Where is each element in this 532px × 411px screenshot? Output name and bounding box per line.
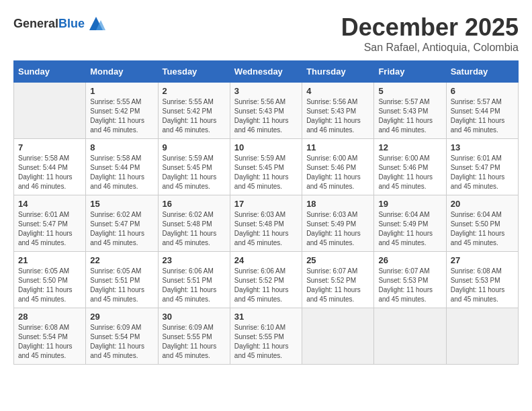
calendar-cell: 31Sunrise: 6:10 AM Sunset: 5:55 PM Dayli… xyxy=(230,308,302,365)
day-number: 14 xyxy=(18,199,81,209)
day-number: 12 xyxy=(378,142,441,152)
calendar-cell: 10Sunrise: 5:59 AM Sunset: 5:45 PM Dayli… xyxy=(230,139,302,195)
calendar-cell: 1Sunrise: 5:55 AM Sunset: 5:42 PM Daylig… xyxy=(86,83,158,139)
calendar-cell: 26Sunrise: 6:07 AM Sunset: 5:53 PM Dayli… xyxy=(374,252,446,308)
day-number: 1 xyxy=(90,86,153,96)
day-info: Sunrise: 6:06 AM Sunset: 5:52 PM Dayligh… xyxy=(234,267,298,304)
title-area: December 2025 San Rafael, Antioquia, Col… xyxy=(341,13,519,54)
day-number: 26 xyxy=(378,255,441,265)
calendar-cell: 27Sunrise: 6:08 AM Sunset: 5:53 PM Dayli… xyxy=(446,252,518,308)
day-number: 8 xyxy=(90,142,153,152)
day-number: 18 xyxy=(306,199,369,209)
calendar-week-1: 1Sunrise: 5:55 AM Sunset: 5:42 PM Daylig… xyxy=(14,83,519,139)
day-info: Sunrise: 5:59 AM Sunset: 5:45 PM Dayligh… xyxy=(234,154,298,191)
col-wednesday: Wednesday xyxy=(230,61,302,83)
calendar-cell: 13Sunrise: 6:01 AM Sunset: 5:47 PM Dayli… xyxy=(446,139,518,195)
day-number: 11 xyxy=(306,142,369,152)
day-info: Sunrise: 5:56 AM Sunset: 5:43 PM Dayligh… xyxy=(234,97,298,135)
calendar-cell: 23Sunrise: 6:06 AM Sunset: 5:51 PM Dayli… xyxy=(158,252,230,308)
calendar-cell xyxy=(446,308,518,365)
location-subtitle: San Rafael, Antioquia, Colombia xyxy=(341,42,519,54)
day-info: Sunrise: 6:04 AM Sunset: 5:49 PM Dayligh… xyxy=(378,210,441,248)
calendar-table: Sunday Monday Tuesday Wednesday Thursday… xyxy=(13,60,519,365)
day-number: 13 xyxy=(451,142,514,152)
calendar-cell: 21Sunrise: 6:05 AM Sunset: 5:50 PM Dayli… xyxy=(14,252,86,308)
day-info: Sunrise: 6:10 AM Sunset: 5:55 PM Dayligh… xyxy=(234,323,298,361)
day-info: Sunrise: 6:06 AM Sunset: 5:51 PM Dayligh… xyxy=(163,267,226,304)
day-number: 31 xyxy=(234,312,298,322)
day-number: 6 xyxy=(451,86,514,96)
day-number: 9 xyxy=(163,142,226,152)
logo: GeneralBlue xyxy=(13,13,106,34)
col-friday: Friday xyxy=(374,61,446,83)
logo-text: GeneralBlue xyxy=(13,17,85,31)
day-number: 16 xyxy=(163,199,226,209)
col-sunday: Sunday xyxy=(14,61,86,83)
day-info: Sunrise: 6:05 AM Sunset: 5:50 PM Dayligh… xyxy=(18,267,81,304)
calendar-cell: 24Sunrise: 6:06 AM Sunset: 5:52 PM Dayli… xyxy=(230,252,302,308)
calendar-cell: 2Sunrise: 5:55 AM Sunset: 5:42 PM Daylig… xyxy=(158,83,230,139)
day-info: Sunrise: 6:03 AM Sunset: 5:48 PM Dayligh… xyxy=(234,210,298,248)
day-number: 15 xyxy=(90,199,153,209)
day-info: Sunrise: 5:58 AM Sunset: 5:44 PM Dayligh… xyxy=(18,154,81,191)
day-info: Sunrise: 6:08 AM Sunset: 5:54 PM Dayligh… xyxy=(18,323,81,361)
day-info: Sunrise: 6:02 AM Sunset: 5:47 PM Dayligh… xyxy=(90,210,153,248)
calendar-cell: 28Sunrise: 6:08 AM Sunset: 5:54 PM Dayli… xyxy=(14,308,86,365)
day-info: Sunrise: 6:02 AM Sunset: 5:48 PM Dayligh… xyxy=(163,210,226,248)
calendar-cell xyxy=(302,308,374,365)
day-number: 27 xyxy=(451,255,514,265)
day-info: Sunrise: 5:57 AM Sunset: 5:44 PM Dayligh… xyxy=(451,97,514,135)
month-title: December 2025 xyxy=(341,13,519,42)
col-tuesday: Tuesday xyxy=(158,61,230,83)
calendar-cell: 14Sunrise: 6:01 AM Sunset: 5:47 PM Dayli… xyxy=(14,195,86,252)
calendar-cell: 18Sunrise: 6:03 AM Sunset: 5:49 PM Dayli… xyxy=(302,195,374,252)
day-number: 23 xyxy=(163,255,226,265)
day-info: Sunrise: 5:58 AM Sunset: 5:44 PM Dayligh… xyxy=(90,154,153,191)
page-header: GeneralBlue December 2025 San Rafael, An… xyxy=(13,13,519,54)
day-number: 17 xyxy=(234,199,298,209)
day-number: 5 xyxy=(378,86,441,96)
day-info: Sunrise: 5:59 AM Sunset: 5:45 PM Dayligh… xyxy=(163,154,226,191)
day-info: Sunrise: 6:08 AM Sunset: 5:53 PM Dayligh… xyxy=(451,267,514,304)
day-number: 20 xyxy=(451,199,514,209)
calendar-week-4: 21Sunrise: 6:05 AM Sunset: 5:50 PM Dayli… xyxy=(14,252,519,308)
col-saturday: Saturday xyxy=(446,61,518,83)
day-info: Sunrise: 6:09 AM Sunset: 5:54 PM Dayligh… xyxy=(90,323,153,361)
calendar-cell: 8Sunrise: 5:58 AM Sunset: 5:44 PM Daylig… xyxy=(86,139,158,195)
calendar-cell: 3Sunrise: 5:56 AM Sunset: 5:43 PM Daylig… xyxy=(230,83,302,139)
calendar-cell: 19Sunrise: 6:04 AM Sunset: 5:49 PM Dayli… xyxy=(374,195,446,252)
calendar-week-2: 7Sunrise: 5:58 AM Sunset: 5:44 PM Daylig… xyxy=(14,139,519,195)
day-number: 19 xyxy=(378,199,441,209)
calendar-header: Sunday Monday Tuesday Wednesday Thursday… xyxy=(14,61,519,83)
calendar-cell: 7Sunrise: 5:58 AM Sunset: 5:44 PM Daylig… xyxy=(14,139,86,195)
calendar-body: 1Sunrise: 5:55 AM Sunset: 5:42 PM Daylig… xyxy=(14,83,519,365)
day-number: 29 xyxy=(90,312,153,322)
day-number: 7 xyxy=(18,142,81,152)
day-info: Sunrise: 5:56 AM Sunset: 5:43 PM Dayligh… xyxy=(306,97,369,135)
day-number: 24 xyxy=(234,255,298,265)
calendar-cell: 25Sunrise: 6:07 AM Sunset: 5:52 PM Dayli… xyxy=(302,252,374,308)
calendar-cell: 16Sunrise: 6:02 AM Sunset: 5:48 PM Dayli… xyxy=(158,195,230,252)
calendar-cell: 20Sunrise: 6:04 AM Sunset: 5:50 PM Dayli… xyxy=(446,195,518,252)
calendar-cell xyxy=(14,83,86,139)
day-number: 10 xyxy=(234,142,298,152)
day-info: Sunrise: 5:55 AM Sunset: 5:42 PM Dayligh… xyxy=(90,97,153,135)
day-info: Sunrise: 6:05 AM Sunset: 5:51 PM Dayligh… xyxy=(90,267,153,304)
day-info: Sunrise: 6:07 AM Sunset: 5:53 PM Dayligh… xyxy=(378,267,441,304)
day-info: Sunrise: 6:03 AM Sunset: 5:49 PM Dayligh… xyxy=(306,210,369,248)
calendar-cell: 22Sunrise: 6:05 AM Sunset: 5:51 PM Dayli… xyxy=(86,252,158,308)
day-number: 22 xyxy=(90,255,153,265)
calendar-cell: 9Sunrise: 5:59 AM Sunset: 5:45 PM Daylig… xyxy=(158,139,230,195)
day-info: Sunrise: 5:57 AM Sunset: 5:43 PM Dayligh… xyxy=(378,97,441,135)
logo-blue: Blue xyxy=(58,17,85,30)
logo-general: General xyxy=(13,17,58,30)
calendar-week-3: 14Sunrise: 6:01 AM Sunset: 5:47 PM Dayli… xyxy=(14,195,519,252)
day-info: Sunrise: 6:00 AM Sunset: 5:46 PM Dayligh… xyxy=(378,154,441,191)
calendar-cell: 15Sunrise: 6:02 AM Sunset: 5:47 PM Dayli… xyxy=(86,195,158,252)
calendar-cell: 17Sunrise: 6:03 AM Sunset: 5:48 PM Dayli… xyxy=(230,195,302,252)
col-monday: Monday xyxy=(86,61,158,83)
calendar-cell: 4Sunrise: 5:56 AM Sunset: 5:43 PM Daylig… xyxy=(302,83,374,139)
logo-icon xyxy=(86,13,106,34)
day-number: 25 xyxy=(306,255,369,265)
calendar-cell: 5Sunrise: 5:57 AM Sunset: 5:43 PM Daylig… xyxy=(374,83,446,139)
